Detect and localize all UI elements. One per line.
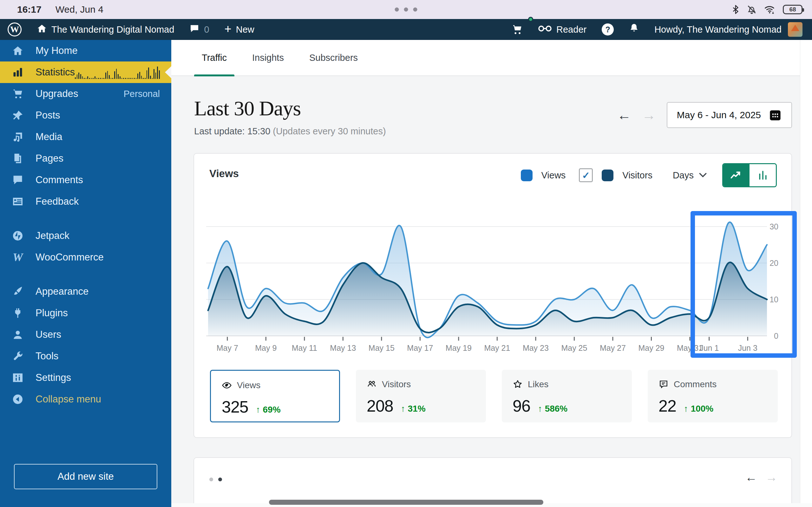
pushpin-icon — [12, 110, 23, 121]
carousel-dot-2[interactable] — [218, 477, 222, 481]
svg-text:May 13: May 13 — [330, 343, 356, 352]
wifi-icon — [764, 4, 776, 14]
tab-traffic[interactable]: Traffic — [194, 40, 235, 76]
help-button[interactable]: ? — [594, 19, 621, 40]
comments-shortcut[interactable]: 0 — [182, 19, 217, 40]
howdy-label: Howdy, The Wandering Nomad — [654, 24, 781, 35]
sidebar-item-my-home[interactable]: My Home — [0, 40, 171, 61]
vertical-scrollbar-track[interactable] — [800, 40, 812, 507]
main-content: Traffic Insights Subscribers Last 30 Day… — [171, 40, 812, 507]
feedback-form-icon — [12, 196, 23, 207]
home-icon — [37, 23, 47, 36]
visitors-checkbox[interactable]: ✓ — [579, 168, 593, 182]
tile-likes[interactable]: Likes 96 ↑ 586% — [502, 370, 632, 422]
sidebar-item-posts[interactable]: Posts — [0, 105, 171, 126]
date-range-picker[interactable]: May 6 - Jun 4, 2025 — [667, 102, 792, 128]
prev-period-button[interactable]: ← — [617, 108, 631, 122]
comments-delta: ↑ 100% — [684, 404, 713, 414]
sidebar-item-feedback[interactable]: Feedback — [0, 191, 171, 212]
sidebar-item-appearance[interactable]: Appearance — [0, 281, 171, 302]
pages-icon — [12, 153, 23, 164]
add-new-site-button[interactable]: Add new site — [14, 464, 157, 489]
stat-tiles: Views 325 ↑ 69% Visitors 208 ↑ 31% — [210, 370, 778, 422]
chart-legend: Views ✓ Visitors Days — [521, 163, 777, 187]
views-swatch[interactable] — [521, 170, 532, 181]
line-chart-toggle[interactable] — [723, 164, 750, 186]
date-range-label: May 6 - Jun 4, 2025 — [677, 110, 761, 120]
comments-count: 0 — [204, 24, 209, 35]
comment-icon — [658, 379, 669, 389]
notifications-button[interactable] — [621, 19, 647, 40]
svg-text:May 11: May 11 — [292, 343, 317, 352]
sidebar-item-woocommerce[interactable]: W WooCommerce — [0, 246, 171, 268]
help-icon: ? — [602, 23, 614, 36]
site-name: The Wandering Digital Nomad — [51, 24, 174, 35]
site-link[interactable]: The Wandering Digital Nomad — [29, 19, 182, 40]
interval-dropdown[interactable]: Days — [673, 170, 707, 181]
carousel-dot-1[interactable] — [209, 477, 213, 481]
sidebar-item-users[interactable]: Users — [0, 324, 171, 345]
star-icon — [513, 379, 523, 389]
sidebar-item-comments[interactable]: Comments — [0, 169, 171, 191]
wordpress-menu[interactable]: W — [0, 19, 29, 40]
tile-comments[interactable]: Comments 22 ↑ 100% — [648, 370, 778, 422]
sidebar-item-plugins[interactable]: Plugins — [0, 302, 171, 324]
battery-indicator: 68 — [783, 5, 803, 14]
stats-bars-icon — [12, 66, 23, 78]
reader-button[interactable]: Reader — [530, 19, 594, 40]
avatar — [788, 22, 803, 37]
svg-text:May 21: May 21 — [484, 343, 510, 352]
my-account[interactable]: Howdy, The Wandering Nomad — [647, 19, 812, 40]
stats-sparkline — [75, 66, 160, 79]
sidebar-item-pages[interactable]: Pages — [0, 148, 171, 169]
sidebar-item-upgrades[interactable]: Upgrades Personal — [0, 83, 171, 105]
taskbar-dots — [395, 8, 417, 12]
new-content-button[interactable]: + New — [217, 19, 262, 40]
cart-notification-dot — [528, 17, 533, 22]
collapse-arrow-icon — [12, 394, 23, 405]
views-delta: ↑ 69% — [256, 405, 281, 415]
tile-views[interactable]: Views 325 ↑ 69% — [210, 370, 340, 422]
next-period-button[interactable]: → — [642, 108, 656, 122]
svg-text:May 7: May 7 — [217, 343, 238, 352]
svg-text:May 29: May 29 — [638, 343, 664, 352]
reader-glasses-icon — [538, 24, 552, 36]
tab-insights[interactable]: Insights — [245, 40, 292, 76]
collapse-menu-button[interactable]: Collapse menu — [0, 389, 171, 410]
trending-line-icon — [730, 170, 743, 180]
views-chart-card: Views Views ✓ Visitors Days — [194, 153, 792, 438]
user-icon — [12, 329, 23, 340]
date: Wed, Jun 4 — [55, 4, 103, 15]
brush-icon — [12, 286, 23, 297]
bar-chart-icon — [757, 170, 768, 180]
svg-text:May 27: May 27 — [600, 343, 626, 352]
bar-chart-toggle[interactable] — [750, 164, 776, 186]
sidebar-item-settings[interactable]: Settings — [0, 367, 171, 389]
carousel-next-button[interactable]: → — [765, 470, 777, 484]
carousel-prev-button[interactable]: ← — [745, 470, 757, 484]
stats-tabbar: Traffic Insights Subscribers — [171, 40, 812, 76]
sidebar-item-statistics[interactable]: Statistics — [0, 61, 171, 83]
page-header: Last 30 Days Last update: 15:30 (Updates… — [194, 96, 792, 136]
tile-visitors[interactable]: Visitors 208 ↑ 31% — [356, 370, 486, 422]
cart-button[interactable] — [504, 19, 530, 40]
comment-bubble-icon — [12, 174, 23, 186]
tab-subscribers[interactable]: Subscribers — [302, 40, 365, 76]
likes-value: 96 — [513, 396, 530, 415]
settings-sliders-icon — [12, 372, 23, 383]
wordpress-logo-icon: W — [8, 22, 21, 37]
horizontal-scrollbar-thumb[interactable] — [269, 500, 543, 505]
visitors-swatch[interactable] — [602, 170, 613, 181]
wp-admin-bar: W The Wandering Digital Nomad 0 + New — [0, 19, 812, 40]
active-menu-notch — [165, 66, 171, 78]
svg-text:20: 20 — [769, 259, 778, 268]
chart-type-toggle — [722, 163, 777, 187]
notifications-muted-icon — [747, 4, 757, 14]
sidebar-item-tools[interactable]: Tools — [0, 345, 171, 367]
visitors-value: 208 — [367, 396, 393, 415]
jetpack-icon — [12, 230, 23, 241]
sidebar-item-media[interactable]: Media — [0, 126, 171, 148]
secondary-stats-card: ← → — [194, 457, 792, 504]
svg-text:May 19: May 19 — [446, 343, 472, 352]
sidebar-item-jetpack[interactable]: Jetpack — [0, 225, 171, 246]
